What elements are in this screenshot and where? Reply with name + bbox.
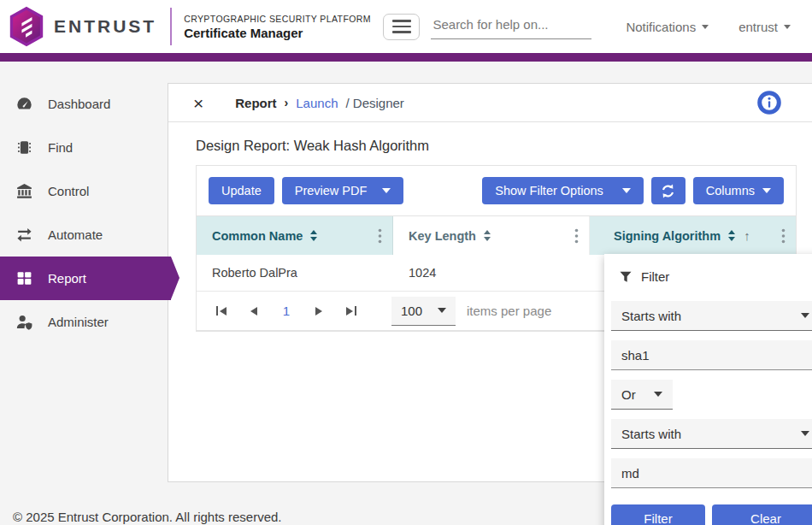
menu-toggle-button[interactable] <box>383 14 420 40</box>
chevron-down-icon <box>801 431 809 436</box>
chevron-down-icon <box>801 313 809 318</box>
grid-toolbar: Update Preview PDF Show Filter Options <box>197 166 796 216</box>
column-header-signing-algorithm[interactable]: Signing Algorithm ↑ <box>590 216 796 255</box>
next-page-button[interactable] <box>306 299 332 323</box>
sidebar-item-label: Find <box>48 140 73 155</box>
panel-header: × Report › Launch / Designer <box>168 84 812 122</box>
chevron-right-icon: › <box>285 96 289 109</box>
sidebar-item-automate[interactable]: Automate <box>0 213 171 257</box>
sidebar-item-find[interactable]: Find <box>0 126 171 169</box>
cell-key-length: 1024 <box>393 255 590 291</box>
entrust-brand: ENTRUST CRYPTOGRAPHIC SECURITY PLATFORM … <box>7 6 371 47</box>
grid-icon <box>15 269 33 287</box>
filter-value-1-input[interactable] <box>611 340 812 370</box>
copyright-text: © 2025 Entrust Corporation. All rights r… <box>13 510 282 524</box>
refresh-icon <box>660 183 676 199</box>
chevron-down-icon <box>702 25 709 29</box>
entrust-logo-icon <box>7 6 46 47</box>
brand-accent-bar <box>0 53 812 62</box>
brand-divider <box>170 8 172 45</box>
sidebar-nav: Dashboard Find Control <box>0 82 171 344</box>
show-filter-options-button[interactable]: Show Filter Options <box>482 177 644 204</box>
items-per-page-label: items per page <box>467 304 551 318</box>
sidebar-item-dashboard[interactable]: Dashboard <box>0 82 171 126</box>
sidebar-item-label: Dashboard <box>48 97 110 111</box>
sidebar-item-label: Administer <box>48 315 109 329</box>
sort-icon <box>310 230 317 241</box>
chevron-down-icon <box>438 308 446 313</box>
sidebar-item-report[interactable]: Report <box>0 257 171 300</box>
page-number[interactable]: 1 <box>274 304 299 318</box>
sort-icon <box>484 230 491 241</box>
sidebar-item-label: Automate <box>48 227 103 242</box>
app-header: ENTRUST CRYPTOGRAPHIC SECURITY PLATFORM … <box>0 0 812 53</box>
page-size-dropdown[interactable]: 100 <box>391 297 456 326</box>
sort-ascending-icon: ↑ <box>744 228 750 243</box>
sidebar-item-control[interactable]: Control <box>0 169 171 213</box>
help-search-input[interactable] <box>431 14 591 39</box>
update-button[interactable]: Update <box>209 177 274 204</box>
table-header-row: Common Name Key Length Signing Algorithm <box>197 216 796 255</box>
column-menu-icon[interactable] <box>781 228 786 244</box>
column-header-common-name[interactable]: Common Name <box>197 216 393 255</box>
close-icon[interactable]: × <box>193 94 203 112</box>
first-page-button[interactable] <box>209 299 234 323</box>
column-menu-icon[interactable] <box>574 228 579 244</box>
filter-apply-button[interactable]: Filter <box>611 504 705 525</box>
last-page-button[interactable] <box>338 299 364 323</box>
filter-value-2-input[interactable] <box>611 458 812 488</box>
product-label: Certificate Manager <box>184 26 371 40</box>
sidebar-item-label: Control <box>48 184 89 198</box>
refresh-button[interactable] <box>651 177 685 204</box>
breadcrumb: Report › Launch / Designer <box>235 96 404 110</box>
sidebar-item-label: Report <box>48 271 86 286</box>
user-shield-icon <box>15 313 33 331</box>
chevron-down-icon <box>622 188 631 193</box>
bank-icon <box>15 182 33 200</box>
column-menu-icon[interactable] <box>378 228 382 244</box>
funnel-icon <box>620 271 632 283</box>
filter-popup-title: Filter <box>620 269 812 284</box>
chip-icon <box>15 139 33 156</box>
breadcrumb-current: / Designer <box>346 96 404 110</box>
columns-button[interactable]: Columns <box>693 177 784 204</box>
preview-pdf-button[interactable]: Preview PDF <box>282 177 404 204</box>
notifications-dropdown[interactable]: Notifications <box>626 20 709 34</box>
sort-icon <box>728 230 735 241</box>
notifications-label: Notifications <box>626 20 696 34</box>
sidebar-item-administer[interactable]: Administer <box>0 300 171 344</box>
account-dropdown[interactable]: entrust <box>738 20 791 34</box>
filter-operator-1-select[interactable]: Starts with <box>611 301 812 331</box>
cell-common-name: Roberto DalPra <box>197 255 393 291</box>
breadcrumb-link-launch[interactable]: Launch <box>296 96 338 110</box>
chevron-down-icon <box>762 188 771 193</box>
filter-clear-button[interactable]: Clear <box>712 504 812 525</box>
filter-operator-2-select[interactable]: Starts with <box>611 419 812 449</box>
chevron-down-icon <box>654 392 662 397</box>
column-filter-popup: Filter Starts with Or Starts with Filter… <box>604 254 812 525</box>
brand-wordmark: ENTRUST <box>54 16 156 37</box>
column-header-key-length[interactable]: Key Length <box>393 216 590 255</box>
breadcrumb-section: Report <box>235 96 276 110</box>
info-icon[interactable] <box>757 91 781 115</box>
gauge-icon <box>15 95 33 113</box>
arrows-swap-icon <box>15 226 33 244</box>
platform-label: CRYPTOGRAPHIC SECURITY PLATFORM <box>184 14 371 24</box>
filter-logic-select[interactable]: Or <box>611 380 673 410</box>
account-label: entrust <box>738 20 778 34</box>
previous-page-button[interactable] <box>241 299 267 323</box>
chevron-down-icon <box>784 25 791 29</box>
chevron-down-icon <box>382 188 391 193</box>
page-title: Design Report: Weak Hash Algorithm <box>196 138 797 154</box>
